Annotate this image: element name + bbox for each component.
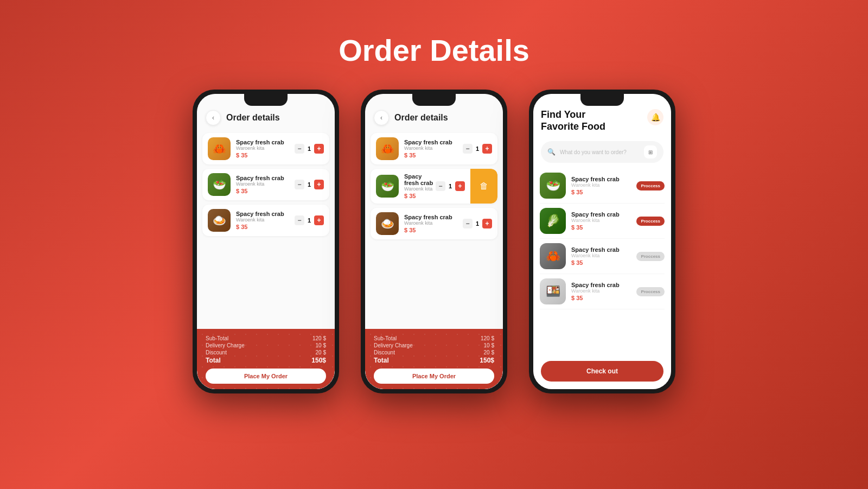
footer-delivery-2: Delivery Charge 10 $ <box>374 342 494 348</box>
qty-plus-1-0[interactable]: + <box>314 144 324 154</box>
item-name-2-1: Spacy fresh crab <box>404 173 436 186</box>
item-name-2-0: Spacy fresh crab <box>404 139 463 145</box>
qty-plus-1-2[interactable]: + <box>314 215 324 225</box>
item-img-1-1: 🥗 <box>208 173 231 196</box>
find-item-info-3-2: Spacy fresh crab Waroenk kita $ 35 <box>571 246 636 266</box>
search-placeholder: What do you want to order? <box>560 149 640 155</box>
process-badge-3-2[interactable]: Proccess <box>636 252 665 261</box>
process-badge-3-1[interactable]: Proccess <box>636 217 665 226</box>
phones-container: ‹ Order details 🦀 Spacy fresh crab Waroe… <box>193 90 675 393</box>
order-title-1: Order details <box>226 113 280 123</box>
search-icon: 🔍 <box>547 148 556 156</box>
find-title: Find Your Favorite Food <box>541 109 647 132</box>
item-price-1-1: $ 35 <box>236 188 295 194</box>
qty-plus-2-0[interactable]: + <box>482 144 492 154</box>
item-shop-2-2: Waroenk kita <box>404 220 463 226</box>
find-item-img-3-1: 🥬 <box>540 208 566 234</box>
footer-discount-2: Discount 20 $ <box>374 350 494 355</box>
qty-control-1-2: − 1 + <box>295 215 324 225</box>
qty-control-1-1: − 1 + <box>295 180 324 189</box>
order-items-2: 🦀 Spacy fresh crab Waroenk kita $ 35 − 1… <box>365 131 503 329</box>
filter-icon[interactable]: ⊞ <box>644 145 657 158</box>
phone-3: Find Your Favorite Food 🔔 🔍 What do you … <box>529 90 675 393</box>
place-order-btn-2[interactable]: Place My Order <box>374 369 494 384</box>
phone-2: ‹ Order details 🦀 Spacy fresh crab Waroe… <box>361 90 507 393</box>
footer-subtotal-1: Sub-Total 120 $ <box>206 335 326 341</box>
find-item-img-3-0: 🥗 <box>540 173 566 199</box>
phone-1: ‹ Order details 🦀 Spacy fresh crab Waroe… <box>193 90 339 393</box>
item-name-1-2: Spacy fresh crab <box>236 211 295 217</box>
trash-icon: 🗑 <box>480 181 488 191</box>
item-info-2-1: Spacy fresh crab Waroenk kita $ 35 <box>404 173 436 199</box>
checkout-btn[interactable]: Check out <box>541 361 663 382</box>
qty-minus-2-2[interactable]: − <box>463 219 473 228</box>
item-img-2-2: 🍛 <box>376 212 399 235</box>
back-button-2[interactable]: ‹ <box>374 110 389 125</box>
find-item-name-3-2: Spacy fresh crab <box>571 246 636 253</box>
find-item-3-3: 🍱 Spacy fresh crab Waroenk kita $ 35 Pro… <box>540 274 665 309</box>
item-info-2-0: Spacy fresh crab Waroenk kita $ 35 <box>404 139 463 158</box>
item-info-1-0: Spacy fresh crab Waroenk kita $ 35 <box>236 139 295 158</box>
item-info-2-2: Spacy fresh crab Waroenk kita $ 35 <box>404 214 463 233</box>
notch-3 <box>580 94 624 106</box>
item-name-1-1: Spacy fresh crab <box>236 175 295 181</box>
find-item-price-3-1: $ 35 <box>571 224 636 231</box>
item-name-2-2: Spacy fresh crab <box>404 214 463 220</box>
screen-1: ‹ Order details 🦀 Spacy fresh crab Waroe… <box>197 94 335 389</box>
find-items: 🥗 Spacy fresh crab Waroenk kita $ 35 Pro… <box>533 168 671 357</box>
item-price-2-1: $ 35 <box>404 193 436 199</box>
find-item-shop-3-1: Waroenk kita <box>571 218 636 223</box>
order-item-2-2: 🍛 Spacy fresh crab Waroenk kita $ 35 − 1… <box>371 208 497 239</box>
place-order-btn-1[interactable]: Place My Order <box>206 369 326 384</box>
qty-minus-1-0[interactable]: − <box>295 144 304 154</box>
qty-num-2-0: 1 <box>475 145 480 152</box>
qty-minus-2-1[interactable]: − <box>436 181 445 191</box>
footer-total-2: Total 150$ <box>374 357 494 364</box>
notch-1 <box>244 94 288 106</box>
find-item-img-3-2: 🦀 <box>540 243 566 269</box>
process-badge-3-3[interactable]: Proccess <box>636 287 665 296</box>
screen-2: ‹ Order details 🦀 Spacy fresh crab Waroe… <box>365 94 503 389</box>
order-items-1: 🦀 Spacy fresh crab Waroenk kita $ 35 − 1… <box>197 131 335 329</box>
notch-2 <box>412 94 456 106</box>
find-item-3-2: 🦀 Spacy fresh crab Waroenk kita $ 35 Pro… <box>540 239 665 274</box>
find-item-3-0: 🥗 Spacy fresh crab Waroenk kita $ 35 Pro… <box>540 168 665 204</box>
find-item-name-3-0: Spacy fresh crab <box>571 176 636 182</box>
qty-plus-1-1[interactable]: + <box>314 180 324 189</box>
find-item-price-3-2: $ 35 <box>571 259 636 266</box>
order-item-2-1: 🥗 Spacy fresh crab Waroenk kita $ 35 − 1… <box>371 169 497 204</box>
find-item-3-1: 🥬 Spacy fresh crab Waroenk kita $ 35 Pro… <box>540 204 665 239</box>
search-bar[interactable]: 🔍 What do you want to order? ⊞ <box>541 141 663 163</box>
item-info-1-2: Spacy fresh crab Waroenk kita $ 35 <box>236 211 295 230</box>
item-info-1-1: Spacy fresh crab Waroenk kita $ 35 <box>236 175 295 194</box>
qty-minus-2-0[interactable]: − <box>463 144 473 154</box>
find-item-shop-3-3: Waroenk kita <box>571 288 636 294</box>
qty-control-2-2: − 1 + <box>463 219 492 228</box>
back-button-1[interactable]: ‹ <box>206 110 221 125</box>
bell-icon[interactable]: 🔔 <box>647 109 663 125</box>
qty-control-1-0: − 1 + <box>295 144 324 154</box>
qty-control-2-1: − 1 + <box>436 181 465 191</box>
item-shop-2-1: Waroenk kita <box>404 186 436 192</box>
qty-minus-1-1[interactable]: − <box>295 180 304 189</box>
item-price-2-2: $ 35 <box>404 227 463 233</box>
qty-plus-2-1[interactable]: + <box>455 181 465 191</box>
find-item-info-3-3: Spacy fresh crab Waroenk kita $ 35 <box>571 282 636 301</box>
footer-delivery-1: Delivery Charge 10 $ <box>206 342 326 348</box>
order-footer-1: Sub-Total 120 $ Delivery Charge 10 $ Dis… <box>197 329 335 389</box>
find-item-name-3-3: Spacy fresh crab <box>571 282 636 288</box>
find-item-info-3-0: Spacy fresh crab Waroenk kita $ 35 <box>571 176 636 195</box>
footer-total-1: Total 150$ <box>206 357 326 364</box>
order-item-1-1: 🥗 Spacy fresh crab Waroenk kita $ 35 − 1… <box>202 169 329 200</box>
qty-plus-2-2[interactable]: + <box>482 219 492 228</box>
find-item-price-3-3: $ 35 <box>571 295 636 301</box>
item-price-1-0: $ 35 <box>236 152 295 158</box>
find-item-name-3-1: Spacy fresh crab <box>571 211 636 218</box>
qty-minus-1-2[interactable]: − <box>295 215 304 225</box>
process-badge-3-0[interactable]: Proccess <box>636 181 665 190</box>
find-item-info-3-1: Spacy fresh crab Waroenk kita $ 35 <box>571 211 636 231</box>
delete-btn-2-1[interactable]: 🗑 <box>470 169 497 204</box>
item-img-2-0: 🦀 <box>376 137 399 160</box>
qty-control-2-0: − 1 + <box>463 144 492 154</box>
order-item-1-2: 🍛 Spacy fresh crab Waroenk kita $ 35 − 1… <box>202 205 329 236</box>
